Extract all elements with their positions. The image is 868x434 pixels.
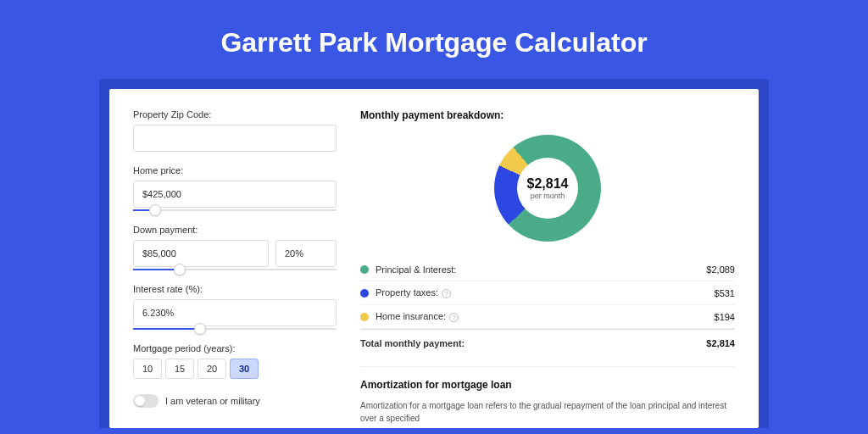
period-btn-10[interactable]: 10 (133, 359, 162, 379)
home-price-input[interactable] (133, 181, 337, 208)
veteran-toggle[interactable] (133, 394, 159, 408)
down-payment-pct-input[interactable] (275, 240, 337, 267)
legend-dot (360, 265, 369, 274)
period-btn-20[interactable]: 20 (198, 359, 226, 379)
zip-input[interactable] (133, 125, 337, 152)
donut-chart: $2,814 per month (360, 135, 735, 242)
veteran-row: I am veteran or military (133, 394, 337, 408)
home-price-label: Home price: (133, 165, 337, 175)
interest-slider[interactable] (133, 328, 337, 330)
period-btn-15[interactable]: 15 (165, 359, 194, 379)
total-label: Total monthly payment: (360, 338, 706, 348)
interest-label: Interest rate (%): (133, 284, 337, 294)
legend-row-taxes: Property taxes:? $531 (360, 281, 735, 305)
legend-label: Home insurance:? (376, 311, 715, 322)
interest-field: Interest rate (%): (133, 284, 337, 330)
calculator-card: Property Zip Code: Home price: Down paym… (109, 89, 759, 428)
legend-label: Principal & Interest: (376, 264, 706, 275)
period-options: 10 15 20 30 (133, 359, 337, 379)
down-payment-field: Down payment: (133, 225, 337, 270)
total-value: $2,814 (706, 338, 735, 348)
home-price-slider[interactable] (133, 209, 337, 211)
interest-input[interactable] (133, 299, 337, 326)
legend-dot (360, 289, 369, 298)
amortization-text: Amortization for a mortgage loan refers … (360, 399, 735, 425)
legend-value: $531 (715, 288, 735, 298)
amortization-section: Amortization for mortgage loan Amortizat… (360, 366, 735, 425)
legend-value: $194 (715, 312, 735, 322)
period-label: Mortgage period (years): (133, 343, 337, 353)
legend-value: $2,089 (706, 264, 735, 275)
info-icon[interactable]: ? (449, 313, 459, 322)
info-icon[interactable]: ? (442, 289, 451, 298)
legend-dot (360, 313, 369, 321)
page-title: Garrett Park Mortgage Calculator (220, 27, 647, 58)
down-payment-slider[interactable] (133, 269, 337, 270)
period-field: Mortgage period (years): 10 15 20 30 (133, 343, 337, 379)
breakdown-column: Monthly payment breakdown: $2,814 per mo… (360, 109, 735, 428)
down-payment-input[interactable] (133, 240, 269, 267)
zip-label: Property Zip Code: (133, 109, 337, 120)
veteran-label: I am veteran or military (165, 396, 260, 406)
donut-amount: $2,814 (527, 176, 569, 192)
slider-thumb[interactable] (194, 323, 206, 335)
legend-label: Property taxes:? (376, 287, 715, 298)
legend-row-principal: Principal & Interest: $2,089 (360, 259, 735, 281)
calculator-panel: Property Zip Code: Home price: Down paym… (99, 79, 769, 428)
zip-field: Property Zip Code: (133, 109, 337, 152)
slider-thumb[interactable] (149, 204, 161, 216)
toggle-knob (135, 396, 145, 406)
down-payment-label: Down payment: (133, 225, 337, 235)
form-column: Property Zip Code: Home price: Down paym… (133, 109, 337, 428)
legend-row-total: Total monthly payment: $2,814 (360, 329, 735, 354)
slider-thumb[interactable] (174, 264, 186, 275)
breakdown-title: Monthly payment breakdown: (360, 109, 735, 121)
donut-center: $2,814 per month (517, 158, 578, 219)
home-price-field: Home price: (133, 165, 337, 211)
donut-sub: per month (531, 192, 565, 200)
period-btn-30[interactable]: 30 (230, 359, 259, 379)
amortization-title: Amortization for mortgage loan (360, 379, 735, 391)
legend-row-insurance: Home insurance:? $194 (360, 305, 735, 329)
